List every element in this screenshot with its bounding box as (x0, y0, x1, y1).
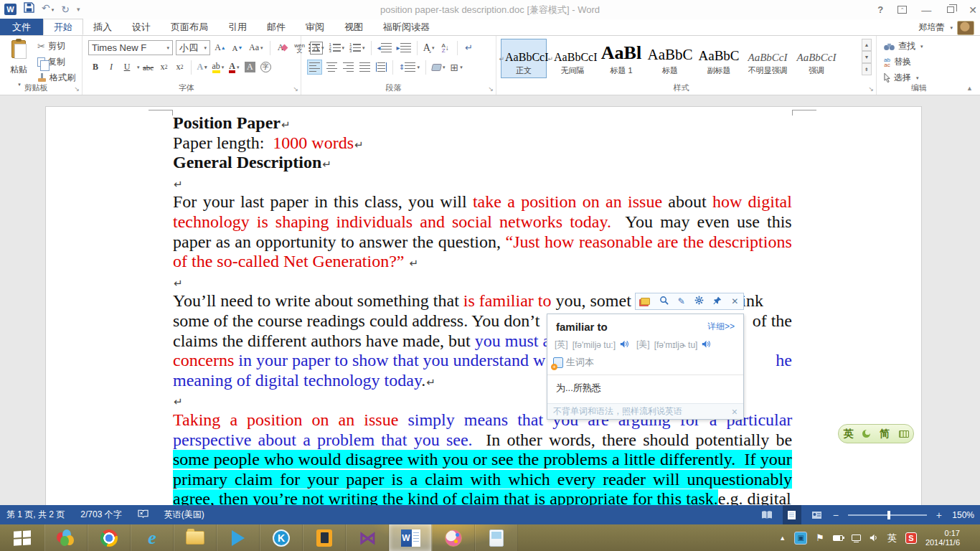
borders-button[interactable]: ⊞▾ (448, 60, 463, 75)
ime-toolbar[interactable]: 英 简 (838, 424, 914, 443)
tab-4[interactable]: 页面布局 (161, 19, 218, 35)
tab-8[interactable]: 视图 (334, 19, 373, 35)
read-mode-button[interactable] (758, 505, 776, 524)
ime-lang-mode[interactable]: 英 (843, 428, 853, 441)
taskbar-button-dict[interactable] (303, 524, 346, 551)
word-count[interactable]: 2/703 个字 (80, 509, 121, 521)
pin-icon[interactable] (713, 295, 722, 308)
taskbar-button-explorer[interactable] (174, 524, 217, 551)
font-dialog-launcher-icon[interactable]: ↘ (293, 85, 298, 93)
taskbar-button-start[interactable] (0, 524, 44, 551)
cut-button[interactable]: ✂ 剪切 (37, 40, 65, 52)
close-icon[interactable]: ✕ (731, 296, 738, 306)
style-card[interactable]: ↵AaBbCcI无间隔 (550, 39, 595, 78)
account-area[interactable]: 郑培蕾 ▾ (918, 19, 974, 36)
strikethrough-button[interactable]: abc (141, 60, 156, 75)
align-center-button[interactable] (324, 60, 339, 75)
dict-ad-text[interactable]: 不背单词和语法，照样流利说英语 (553, 405, 682, 418)
style-card[interactable]: ↵AaBbCcI正文 (501, 39, 547, 78)
us-speaker-icon[interactable] (702, 339, 711, 351)
document-area[interactable]: Position Paper↵Paper length: 1000 words↵… (0, 95, 980, 505)
tab-7[interactable]: 审阅 (296, 19, 334, 35)
page[interactable]: Position Paper↵Paper length: 1000 words↵… (45, 106, 922, 505)
taskbar-button-word[interactable]: W (389, 524, 432, 551)
hidden-icons-arrow[interactable]: ▲ (779, 534, 786, 542)
highlight-color-button[interactable]: ab▾ (211, 60, 226, 75)
close-icon[interactable]: ✕ (969, 4, 977, 16)
collapse-ribbon-icon[interactable]: ▲ (966, 85, 973, 92)
web-layout-button[interactable] (808, 505, 826, 524)
character-shading-button[interactable]: A (242, 60, 257, 75)
tab-5[interactable]: 引用 (218, 19, 257, 35)
sort-button[interactable]: AZ↓ (438, 40, 453, 55)
help-icon[interactable]: ? (877, 4, 883, 15)
bold-button[interactable]: B (88, 60, 103, 75)
tab-3[interactable]: 设计 (122, 19, 161, 35)
multilevel-list-button[interactable]: ▾ (348, 40, 367, 55)
ime-simplified-mode[interactable]: 简 (880, 428, 890, 441)
style-card[interactable]: AaBbCcI不明显强调 (745, 39, 791, 78)
dict-toolbar[interactable]: ✎ ✕ (635, 293, 744, 310)
ime-halfwidth-moon-icon[interactable] (862, 430, 870, 438)
page-indicator[interactable]: 第 1 页, 共 2 页 (6, 509, 65, 521)
ad-close-icon[interactable]: × (732, 406, 738, 418)
settings-gear-icon[interactable] (694, 295, 704, 308)
show-marks-button[interactable]: ↵ (462, 40, 476, 55)
taskbar-button-notepad[interactable] (475, 524, 518, 551)
action-center-flag-icon[interactable]: ⚑ (816, 532, 824, 543)
dict-popup[interactable]: familiar to 详细>> [英] [fə'miljə tu:] [美] … (547, 314, 744, 420)
ribbon-display-options-icon[interactable]: ⌃ (897, 6, 907, 14)
font-name-combo[interactable]: Times New F▾ (88, 40, 173, 55)
align-right-button[interactable] (341, 60, 355, 75)
change-case-button[interactable]: Aa▾ (248, 40, 265, 55)
taskbar-button-chrome[interactable] (88, 524, 131, 551)
shading-button[interactable]: ▾ (430, 60, 447, 75)
style-gallery-scroll[interactable]: ▲ ▼ ⇟ (862, 39, 872, 75)
superscript-button[interactable]: x2 (173, 60, 187, 75)
taskbar-button-paint[interactable] (432, 524, 475, 551)
zoom-level[interactable]: 150% (948, 510, 974, 520)
line-spacing-button[interactable]: ⇕▾ (397, 60, 421, 75)
zoom-in-icon[interactable]: + (936, 509, 942, 521)
taskbar-button-balloons[interactable] (44, 524, 88, 551)
decrease-indent-button[interactable]: ◂ (376, 40, 393, 55)
style-card[interactable]: AaBbCcI强调 (793, 39, 839, 78)
copy-icon[interactable] (641, 295, 650, 308)
shrink-font-button[interactable]: A▼ (230, 40, 245, 55)
taskbar-button-ie[interactable]: e (131, 524, 174, 551)
volume-icon[interactable] (870, 533, 879, 542)
tab-6[interactable]: 邮件 (257, 19, 296, 35)
clipboard-dialog-launcher-icon[interactable]: ↘ (74, 85, 80, 93)
sogou-icon[interactable]: S (905, 532, 917, 544)
dict-detail-link[interactable]: 详细>> (707, 321, 735, 333)
paste-button[interactable]: 粘贴 ▾ (4, 40, 33, 88)
wordbook-button[interactable]: 生词本 (547, 351, 743, 369)
grow-font-button[interactable]: A▲ (213, 40, 227, 55)
distribute-button[interactable] (374, 60, 388, 75)
replace-button[interactable]: abac 替换 (884, 56, 911, 68)
tray-app-icon[interactable]: ▣ (794, 532, 807, 545)
align-left-button[interactable] (307, 60, 322, 75)
highlight-pen-icon[interactable]: ✎ (678, 296, 685, 306)
style-gallery-more-icon[interactable]: ⇟ (862, 63, 872, 75)
text-effects-button[interactable]: A▾ (195, 60, 209, 75)
enclose-characters-button[interactable]: 字 (258, 60, 273, 75)
subscript-button[interactable]: x2 (157, 60, 171, 75)
italic-button[interactable]: I (104, 60, 118, 75)
asian-layout-button[interactable]: A̙▾ (422, 40, 436, 55)
tab-2[interactable]: 插入 (83, 19, 122, 35)
minimize-icon[interactable]: — (921, 4, 931, 16)
ime-keyboard-icon[interactable] (899, 430, 909, 438)
style-card[interactable]: AaBbC标题 (647, 39, 693, 78)
style-scroll-down-icon[interactable]: ▼ (862, 51, 872, 63)
zoom-slider-thumb[interactable] (887, 511, 890, 519)
underline-button[interactable]: U (120, 60, 134, 75)
uk-speaker-icon[interactable] (620, 339, 629, 351)
zoom-out-icon[interactable]: − (833, 509, 839, 521)
avatar[interactable] (957, 21, 974, 35)
clock[interactable]: 0:17 2014/11/6 (925, 529, 964, 547)
print-layout-button[interactable] (783, 505, 801, 524)
network-icon[interactable] (852, 534, 861, 541)
font-size-combo[interactable]: 小四▾ (176, 40, 210, 55)
copy-button[interactable]: 复制 (37, 56, 65, 68)
